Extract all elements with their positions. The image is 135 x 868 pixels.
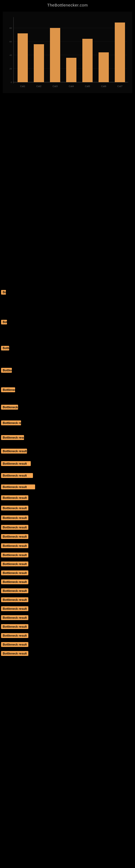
result-spacer-14 <box>0 501 135 504</box>
result-spacer-13 <box>0 491 135 494</box>
result-badge-15: Bottleneck result <box>1 516 28 520</box>
result-item-1: Bottleneck result <box>0 288 135 296</box>
result-item-7: Bottleneck result <box>0 419 135 427</box>
result-item-27: Bottleneck result <box>0 623 135 630</box>
result-badge-1: Bottleneck result <box>1 290 6 294</box>
svg-text:Cat7: Cat7 <box>117 85 122 88</box>
result-spacer-16 <box>0 522 135 524</box>
result-spacer-9 <box>0 441 135 447</box>
result-item-28: Bottleneck result <box>0 632 135 639</box>
result-badge-23: Bottleneck result <box>1 588 28 593</box>
result-badge-29: Bottleneck result <box>1 642 28 647</box>
result-spacer-5 <box>0 374 135 386</box>
result-badge-24: Bottleneck result <box>1 597 28 602</box>
result-item-10: Bottleneck result <box>0 460 135 467</box>
result-badge-28: Bottleneck result <box>1 633 28 638</box>
svg-rect-11 <box>66 58 77 82</box>
result-item-26: Bottleneck result <box>0 614 135 621</box>
svg-text:20: 20 <box>9 67 12 70</box>
result-badge-19: Bottleneck result <box>1 553 28 557</box>
result-item-18: Bottleneck result <box>0 542 135 550</box>
result-item-29: Bottleneck result <box>0 641 135 648</box>
result-badge-5: Bottleneck result <box>1 388 15 392</box>
result-item-22: Bottleneck result <box>0 578 135 586</box>
result-item-16: Bottleneck result <box>0 524 135 531</box>
result-item-21: Bottleneck result <box>0 569 135 577</box>
site-title: TheBottlenecker.com <box>0 0 135 9</box>
result-item-2: Bottleneck result <box>0 318 135 326</box>
result-badge-12: Bottleneck result <box>1 485 35 489</box>
chart-area: Cat1 Cat2 Cat3 Cat4 Cat5 Cat6 Cat7 0 20 … <box>3 9 132 96</box>
result-spacer-6 <box>0 394 135 403</box>
result-spacer-4 <box>0 352 135 367</box>
svg-text:Cat4: Cat4 <box>69 85 74 88</box>
result-item-5: Bottleneck result <box>0 386 135 394</box>
result-badge-2: Bottleneck result <box>1 320 7 324</box>
svg-text:80: 80 <box>9 27 12 29</box>
result-item-19: Bottleneck result <box>0 551 135 559</box>
result-badge-18: Bottleneck result <box>1 543 28 548</box>
svg-text:0: 0 <box>11 81 12 84</box>
result-item-20: Bottleneck result <box>0 560 135 568</box>
svg-text:40: 40 <box>9 54 12 56</box>
svg-rect-8 <box>17 33 28 82</box>
result-item-30: Bottleneck result <box>0 650 135 657</box>
svg-text:Cat5: Cat5 <box>85 85 90 88</box>
result-badge-7: Bottleneck result <box>1 421 21 425</box>
svg-rect-12 <box>82 39 93 82</box>
result-item-4: Bottleneck result <box>0 367 135 374</box>
result-spacer-11 <box>0 467 135 472</box>
result-badge-30: Bottleneck result <box>1 651 28 656</box>
svg-rect-10 <box>50 28 60 82</box>
result-item-15: Bottleneck result <box>0 514 135 522</box>
result-item-24: Bottleneck result <box>0 596 135 603</box>
svg-rect-14 <box>115 23 125 82</box>
result-badge-25: Bottleneck result <box>1 606 28 611</box>
result-spacer-10 <box>0 455 135 460</box>
results-list: Bottleneck resultBottleneck resultBottle… <box>0 98 135 663</box>
result-badge-10: Bottleneck result <box>1 461 31 466</box>
result-item-3: Bottleneck result <box>0 344 135 352</box>
result-spacer-1 <box>0 98 135 288</box>
result-badge-21: Bottleneck result <box>1 570 28 575</box>
svg-text:60: 60 <box>9 40 12 43</box>
result-item-9: Bottleneck result <box>0 447 135 455</box>
result-badge-3: Bottleneck result <box>1 346 9 350</box>
result-badge-6: Bottleneck result <box>1 405 18 410</box>
result-badge-14: Bottleneck result <box>1 506 28 510</box>
result-item-12: Bottleneck result <box>0 483 135 491</box>
result-badge-16: Bottleneck result <box>1 525 28 530</box>
result-badge-27: Bottleneck result <box>1 624 28 629</box>
bottleneck-chart: Cat1 Cat2 Cat3 Cat4 Cat5 Cat6 Cat7 0 20 … <box>3 9 132 96</box>
result-badge-4: Bottleneck result <box>1 368 12 373</box>
result-item-14: Bottleneck result <box>0 504 135 512</box>
result-badge-20: Bottleneck result <box>1 561 28 566</box>
svg-rect-9 <box>34 44 44 82</box>
result-item-13: Bottleneck result <box>0 494 135 501</box>
result-badge-17: Bottleneck result <box>1 534 28 539</box>
svg-text:Cat6: Cat6 <box>101 85 106 88</box>
result-badge-8: Bottleneck result <box>1 435 24 440</box>
result-spacer-2 <box>0 296 135 318</box>
result-item-11: Bottleneck result <box>0 472 135 479</box>
result-badge-9: Bottleneck result <box>1 448 27 454</box>
result-spacer-7 <box>0 411 135 419</box>
svg-text:Cat3: Cat3 <box>52 85 57 88</box>
result-badge-11: Bottleneck result <box>1 473 33 478</box>
svg-rect-13 <box>98 52 109 82</box>
svg-text:Cat2: Cat2 <box>36 85 41 88</box>
result-item-6: Bottleneck result <box>0 403 135 411</box>
result-spacer-12 <box>0 479 135 483</box>
svg-text:Cat1: Cat1 <box>20 85 25 88</box>
result-item-17: Bottleneck result <box>0 533 135 540</box>
result-spacer-3 <box>0 326 135 344</box>
result-item-8: Bottleneck result <box>0 434 135 441</box>
result-spacer-8 <box>0 427 135 434</box>
result-item-23: Bottleneck result <box>0 587 135 595</box>
result-badge-13: Bottleneck result <box>1 495 28 500</box>
result-item-25: Bottleneck result <box>0 605 135 613</box>
result-badge-22: Bottleneck result <box>1 579 28 584</box>
result-spacer-15 <box>0 512 135 514</box>
result-badge-26: Bottleneck result <box>1 615 28 620</box>
